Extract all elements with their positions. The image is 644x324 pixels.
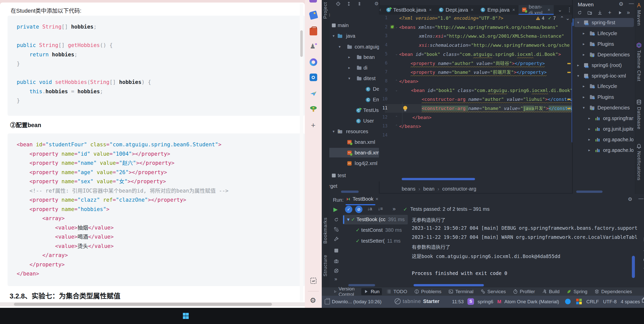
maven-tree-item[interactable]: ▸org.junit.jupiter bbox=[573, 124, 635, 134]
status-project-name[interactable]: spring6 bbox=[478, 299, 493, 305]
rerun-icon[interactable] bbox=[334, 217, 339, 222]
locate-file-icon[interactable] bbox=[336, 2, 340, 6]
breadcrumb[interactable]: beans›bean›constructor-arg bbox=[402, 186, 476, 192]
tool-button-build[interactable]: Build bbox=[540, 288, 562, 295]
spring-bean-gutter-icon[interactable] bbox=[390, 25, 394, 29]
lock-icon[interactable] bbox=[642, 299, 644, 303]
more-icon[interactable]: » bbox=[334, 276, 337, 282]
project-tree-item[interactable]: C▶TestUser bbox=[329, 105, 379, 115]
stripe-tab-notifications[interactable]: Notifications bbox=[636, 144, 642, 181]
status-theme[interactable]: Atom One Dark (Material) bbox=[504, 299, 559, 305]
send-icon[interactable] bbox=[310, 90, 317, 97]
maven-refresh-icon[interactable] bbox=[577, 10, 582, 15]
console-hscrollbar[interactable] bbox=[414, 284, 484, 286]
settings-icon[interactable]: ⚙ bbox=[310, 297, 317, 305]
chess-icon[interactable]: ♟✦ bbox=[310, 43, 317, 51]
maven-sync-icon[interactable] bbox=[587, 10, 592, 15]
editor-horizontal-scrollbar[interactable] bbox=[402, 178, 475, 180]
tool-button-todo[interactable]: TODO bbox=[384, 288, 410, 295]
run-tab[interactable]: TestBook× bbox=[346, 196, 378, 202]
project-tree-item[interactable]: <>bean-di.xml bbox=[329, 148, 379, 157]
maven-run-icon[interactable] bbox=[618, 10, 622, 15]
breadcrumb-item[interactable]: bean bbox=[423, 186, 435, 192]
collapse-all-icon[interactable] bbox=[357, 2, 362, 6]
maven-tree-item[interactable]: ▸⚙Plugins bbox=[573, 92, 635, 102]
project-tree-item[interactable]: CDept bbox=[329, 84, 379, 94]
bookmarks-tool-tab[interactable]: Bookmarks bbox=[323, 217, 328, 244]
structure-tool-tab[interactable]: Structure bbox=[323, 255, 328, 276]
maven-tree-item[interactable]: ▸org.apache.logging bbox=[573, 145, 635, 155]
tag-icon[interactable] bbox=[309, 11, 318, 20]
ignore-test-icon[interactable] bbox=[334, 268, 339, 273]
tool-button-spring[interactable]: Spring bbox=[564, 288, 590, 295]
console-vertical-scrollbar[interactable] bbox=[632, 256, 635, 278]
project-tree-item[interactable]: main bbox=[329, 20, 379, 30]
maven-tree-item[interactable]: ▾spring-first bbox=[573, 18, 635, 27]
tabnine-status[interactable]: tabnineStarter bbox=[395, 298, 439, 304]
tool-button-problems[interactable]: Problems bbox=[412, 288, 444, 295]
project-badge[interactable]: S bbox=[467, 298, 474, 305]
screenshot-icon[interactable] bbox=[310, 277, 317, 285]
thread-dump-icon[interactable] bbox=[334, 259, 339, 264]
tool-button-run[interactable]: Run bbox=[361, 288, 382, 295]
maven-tree-item[interactable]: ▸⚙Lifecycle bbox=[573, 29, 635, 38]
restore-windows-icon[interactable] bbox=[325, 299, 330, 304]
maven-add-icon[interactable]: + bbox=[608, 9, 611, 16]
expand-all-icon[interactable] bbox=[347, 2, 351, 6]
editor-surface[interactable]: 1<?xml version="1.0" encoding="UTF-8"?>2… bbox=[379, 15, 572, 181]
project-tree-item[interactable]: ▾com.atguigu.spring6.iocxml bbox=[329, 42, 379, 52]
maven-minimize-icon[interactable]: — bbox=[629, 1, 634, 6]
project-tree-item[interactable]: rc bbox=[329, 10, 379, 19]
maven-tree-item[interactable]: ▸org.springframework bbox=[573, 113, 635, 123]
intention-bulb-icon[interactable] bbox=[403, 106, 407, 110]
maven-download-icon[interactable] bbox=[597, 10, 602, 15]
camera-icon[interactable] bbox=[310, 74, 317, 81]
stripe-tab-maven[interactable]: Maven bbox=[636, 3, 642, 26]
editor-tab[interactable]: C▶TestBook.java× bbox=[383, 5, 435, 15]
project-tool-tab[interactable]: Project bbox=[323, 2, 328, 19]
maven-tree-item[interactable]: ▾Dependencies bbox=[573, 103, 635, 112]
maven-tree-item[interactable]: ▸spring6 (root) bbox=[573, 60, 635, 70]
stripe-tab-tabnine-chat[interactable]: Tabnine Chat bbox=[636, 42, 642, 81]
editor-tab[interactable]: CEmp.java× bbox=[477, 5, 519, 15]
project-tree-item[interactable]: test bbox=[329, 171, 379, 180]
show-ignored-button[interactable]: ⊘ bbox=[355, 206, 362, 213]
project-horizontal-scrollbar[interactable] bbox=[341, 191, 359, 193]
editor-tab[interactable]: CDept.java× bbox=[435, 5, 477, 15]
project-tree-item[interactable]: ▸bean bbox=[329, 52, 379, 62]
maven-tree-item[interactable]: ▸org.apache.logging bbox=[573, 135, 635, 144]
status-encoding[interactable]: UTF-8 bbox=[603, 299, 617, 305]
print-icon[interactable] bbox=[643, 257, 644, 262]
maven-tree-item[interactable]: ▸⚙Lifecycle bbox=[573, 81, 635, 91]
maven-horizontal-scrollbar[interactable] bbox=[576, 191, 603, 193]
show-passed-button[interactable]: ✓ bbox=[345, 206, 352, 213]
rerun-tests-button[interactable]: ▶ bbox=[333, 206, 338, 213]
project-tree-item[interactable]: ▾java bbox=[329, 31, 379, 41]
maven-tree-item[interactable]: ▾spring6-ioc-xml bbox=[573, 71, 635, 81]
test-tree-item[interactable]: ▾ ✓ TestBook (cc391 ms bbox=[347, 216, 405, 222]
project-tree-item[interactable]: CEmp bbox=[329, 95, 379, 104]
start-button[interactable] bbox=[183, 313, 189, 319]
inspection-widget[interactable]: 4✓7⌃⌄ bbox=[536, 15, 570, 21]
tree-icon[interactable] bbox=[310, 105, 317, 113]
scroll-to-end-icon[interactable] bbox=[643, 247, 644, 251]
add-icon[interactable]: + bbox=[310, 123, 317, 130]
status-progress[interactable]: Downlo... (today 10:26) bbox=[332, 299, 381, 305]
test-settings-icon[interactable] bbox=[334, 237, 339, 241]
clear-icon[interactable] bbox=[643, 267, 644, 272]
maven-settings-icon[interactable]: ⚙ bbox=[619, 1, 624, 7]
stop-icon[interactable] bbox=[334, 249, 338, 252]
editor-tab[interactable]: <>bean-di.xml× bbox=[519, 5, 554, 15]
test-tree-item[interactable]: ✓ testConst380 ms bbox=[356, 227, 402, 233]
project-tree-item[interactable]: <>bean.xml bbox=[329, 137, 379, 147]
test-tree-item[interactable]: ✓ testSetter(11 ms bbox=[356, 238, 401, 244]
tool-button-dependencies[interactable]: Dependencies bbox=[592, 288, 634, 295]
tool-button-services[interactable]: Services bbox=[478, 288, 508, 295]
tool-button-terminal[interactable]: Terminal bbox=[446, 288, 476, 295]
maven-tree-item[interactable]: ▸⚙Plugins bbox=[573, 39, 635, 49]
soft-wrap-icon[interactable] bbox=[643, 237, 644, 242]
toolbox-icon[interactable] bbox=[310, 28, 317, 35]
maven-tree-item[interactable]: ▸Dependencies bbox=[573, 50, 635, 59]
project-tree-item[interactable]: ▾≡resources bbox=[329, 127, 379, 136]
status-line-ending[interactable]: CRLF bbox=[586, 299, 599, 305]
